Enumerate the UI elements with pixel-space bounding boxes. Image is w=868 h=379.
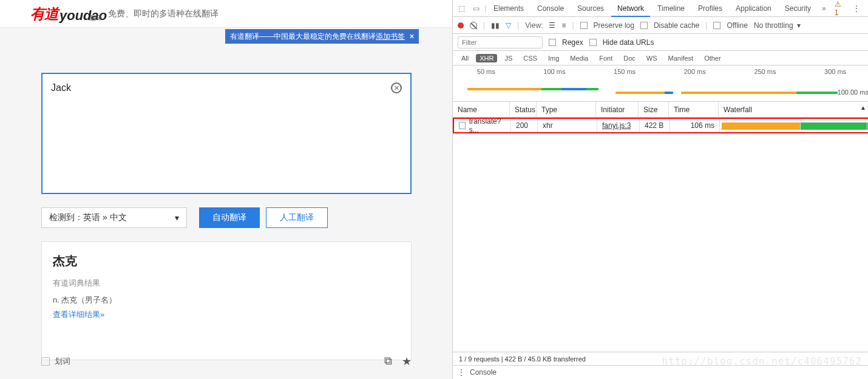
filter-input[interactable] (458, 36, 543, 49)
type-css[interactable]: CSS (520, 54, 541, 62)
bookmark-banner: 有道翻译——中国最大最稳定的免费在线翻译 添加书签 × (225, 29, 419, 44)
type-doc[interactable]: Doc (620, 54, 639, 62)
bookmark-close-icon[interactable]: × (410, 29, 414, 44)
tab-sources[interactable]: Sources (571, 0, 610, 17)
col-time[interactable]: Time (669, 102, 719, 117)
copy-icon[interactable]: ⧉ (384, 355, 392, 368)
console-tab-label[interactable]: Console (470, 366, 497, 380)
col-initiator[interactable]: Initiator (596, 102, 639, 117)
col-type[interactable]: Type (537, 102, 596, 117)
tab-security[interactable]: Security (779, 0, 817, 17)
preserve-label: Preserve log (594, 21, 634, 30)
devtools-tabs: ⬚ ▭ | Elements Console Sources Network T… (453, 0, 868, 17)
type-font[interactable]: Font (595, 54, 616, 62)
tab-application[interactable]: Application (730, 0, 778, 17)
more-tabs-icon[interactable]: » (818, 4, 830, 13)
col-waterfall[interactable]: Waterfall 100.00 ms ▲ (719, 102, 868, 117)
result-title: 杰克 (53, 253, 400, 269)
tagline: 免费、即时的多语种在线翻译 (108, 8, 219, 19)
network-row-translate[interactable]: translate?s... 200 xhr fanyi.js:3 422 B … (453, 118, 868, 133)
col-name[interactable]: Name (453, 102, 510, 117)
dict-entry: n. 杰克（男子名） (53, 295, 400, 306)
bottom-icons: ⧉ ★ (384, 355, 412, 368)
tab-timeline[interactable]: Timeline (651, 0, 691, 17)
youdao-page: 有道 youdao 翻译 免费、即时的多语种在线翻译 有道翻译——中国最大最稳定… (0, 0, 452, 379)
wf-scale: 100.00 ms (838, 89, 868, 96)
network-body: http://blog.csdn.net/c406495762 (453, 133, 868, 352)
devtools-panel: ⬚ ▭ | Elements Console Sources Network T… (452, 0, 868, 379)
row-waterfall (720, 119, 868, 132)
view-label: View: (525, 21, 543, 30)
type-all[interactable]: All (458, 54, 472, 62)
tab-console[interactable]: Console (531, 0, 570, 17)
clear-icon[interactable] (470, 22, 477, 29)
huaci-label: 划词 (55, 356, 70, 367)
camera-icon[interactable]: ▮▮ (491, 21, 500, 30)
regex-checkbox[interactable] (549, 39, 556, 46)
regex-label: Regex (562, 38, 583, 47)
hide-checkbox[interactable] (589, 39, 597, 46)
tab-profiles[interactable]: Profiles (692, 0, 728, 17)
view-large-icon[interactable]: ☰ (549, 21, 555, 30)
huaci-checkbox[interactable] (41, 357, 50, 366)
page-header: 有道 youdao 翻译 免费、即时的多语种在线翻译 (0, 0, 452, 28)
network-toolbar: | ▮▮ ▽ | View: ☰ ≡ | Preserve log Disabl… (453, 17, 868, 34)
device-icon[interactable]: ▭ (470, 1, 483, 16)
warning-badge[interactable]: ⚠ 1 (832, 0, 849, 17)
filter-row: Regex Hide data URLs (453, 34, 868, 51)
bookmark-link[interactable]: 添加书签 (376, 29, 405, 44)
offline-label: Offline (727, 21, 747, 30)
hide-label: Hide data URLs (603, 38, 654, 47)
type-manifest[interactable]: Manifest (665, 54, 697, 62)
dict-label: 有道词典结果 (53, 278, 400, 289)
preserve-checkbox[interactable] (580, 22, 588, 29)
clear-input-icon[interactable]: ✕ (391, 82, 402, 93)
logo[interactable]: 有道 youdao 翻译 (30, 4, 102, 24)
network-table-header: Name Status Type Initiator Size Time Wat… (453, 102, 868, 118)
console-drawer[interactable]: ⋮ Console (453, 366, 868, 379)
kebab-icon[interactable]: ⋮ (850, 1, 863, 16)
type-js[interactable]: JS (501, 54, 516, 62)
inspect-icon[interactable]: ⬚ (455, 1, 469, 16)
input-text: Jack (51, 82, 71, 93)
offline-checkbox[interactable] (713, 22, 721, 29)
close-devtools-icon[interactable]: ✕ (864, 1, 868, 16)
content-area: Jack ✕ 检测到：英语 » 中文 ▾ 自动翻译 人工翻译 杰克 有道词典结果… (0, 28, 452, 360)
manual-translate-button[interactable]: 人工翻译 (266, 207, 328, 228)
bottom-bar: 划词 ⧉ ★ (41, 355, 412, 368)
bookmark-text: 有道翻译——中国最大最稳定的免费在线翻译 (230, 29, 376, 44)
logo-red: 有道 (30, 4, 58, 24)
initiator-link[interactable]: fanyi.js:3 (602, 121, 631, 130)
chevron-down-icon: ▾ (175, 213, 179, 223)
translate-input[interactable]: Jack ✕ (41, 73, 412, 194)
overview-timeline[interactable]: 50 ms 100 ms 150 ms 200 ms 250 ms 300 ms (453, 65, 868, 102)
col-status[interactable]: Status (510, 102, 537, 117)
language-select[interactable]: 检测到：英语 » 中文 ▾ (41, 207, 187, 228)
disable-cache-checkbox[interactable] (640, 22, 648, 29)
huaci-toggle[interactable]: 划词 (41, 356, 70, 367)
type-img[interactable]: Img (544, 54, 563, 62)
type-media[interactable]: Media (566, 54, 592, 62)
result-box: 杰克 有道词典结果 n. 杰克（男子名） 查看详细结果» (41, 241, 412, 360)
drawer-kebab-icon[interactable]: ⋮ (458, 366, 465, 379)
type-other[interactable]: Other (700, 54, 725, 62)
star-icon[interactable]: ★ (402, 355, 412, 368)
filter-icon[interactable]: ▽ (506, 21, 511, 30)
type-ws[interactable]: WS (643, 54, 661, 62)
tab-elements[interactable]: Elements (487, 0, 530, 17)
record-icon[interactable] (458, 22, 464, 29)
type-filter-row: All XHR JS CSS Img Media Font Doc WS Man… (453, 51, 868, 65)
lang-label: 检测到：英语 » 中文 (49, 212, 127, 223)
controls-row: 检测到：英语 » 中文 ▾ 自动翻译 人工翻译 (41, 207, 411, 228)
type-xhr[interactable]: XHR (476, 54, 497, 62)
auto-translate-button[interactable]: 自动翻译 (199, 207, 260, 228)
view-small-icon[interactable]: ≡ (561, 21, 566, 30)
dict-more-link[interactable]: 查看详细结果» (53, 309, 400, 320)
col-size[interactable]: Size (639, 102, 669, 117)
tab-network[interactable]: Network (611, 0, 650, 17)
logo-under: 翻译 (90, 14, 102, 22)
watermark: http://blog.csdn.net/c406495762 (662, 355, 862, 367)
disable-cache-label: Disable cache (654, 21, 699, 30)
throttling-select[interactable]: No throttling ▾ (754, 21, 801, 30)
